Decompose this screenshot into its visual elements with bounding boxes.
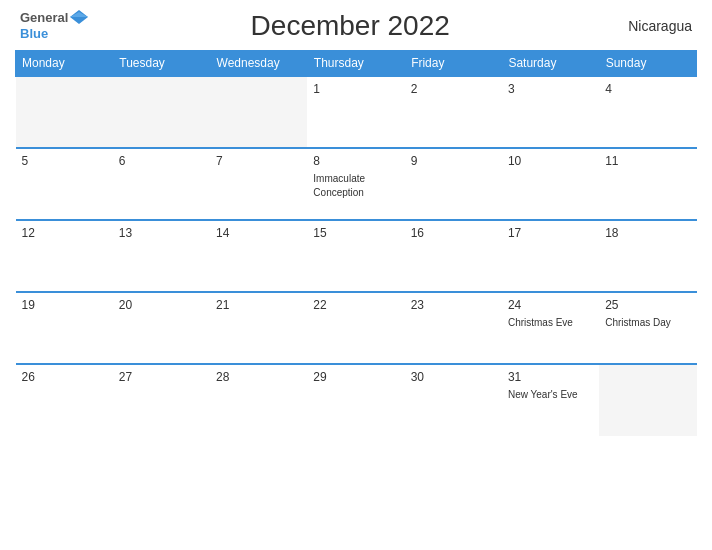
day-number: 5 xyxy=(22,154,107,168)
day-cell: 21 xyxy=(210,292,307,364)
header-tuesday: Tuesday xyxy=(113,51,210,77)
logo-general-text: General xyxy=(20,11,68,24)
day-cell: 29 xyxy=(307,364,404,436)
day-cell: 28 xyxy=(210,364,307,436)
calendar-wrapper: General Blue December 2022 Nicaragua Mon… xyxy=(0,0,712,550)
day-number: 30 xyxy=(411,370,496,384)
day-number: 26 xyxy=(22,370,107,384)
week-row-4: 192021222324Christmas Eve25Christmas Day xyxy=(16,292,697,364)
day-cell: 20 xyxy=(113,292,210,364)
day-cell: 17 xyxy=(502,220,599,292)
day-cell xyxy=(113,76,210,148)
day-number: 17 xyxy=(508,226,593,240)
day-cell: 9 xyxy=(405,148,502,220)
day-number: 31 xyxy=(508,370,593,384)
day-cell: 5 xyxy=(16,148,113,220)
day-cell: 14 xyxy=(210,220,307,292)
day-cell: 3 xyxy=(502,76,599,148)
day-cell: 8Immaculate Conception xyxy=(307,148,404,220)
day-number: 2 xyxy=(411,82,496,96)
day-cell xyxy=(16,76,113,148)
day-number: 8 xyxy=(313,154,398,168)
day-number: 23 xyxy=(411,298,496,312)
week-row-3: 12131415161718 xyxy=(16,220,697,292)
day-cell: 18 xyxy=(599,220,696,292)
day-number: 9 xyxy=(411,154,496,168)
day-cell: 2 xyxy=(405,76,502,148)
day-number: 29 xyxy=(313,370,398,384)
day-cell: 30 xyxy=(405,364,502,436)
day-number: 18 xyxy=(605,226,690,240)
day-cell: 7 xyxy=(210,148,307,220)
day-number: 15 xyxy=(313,226,398,240)
day-number: 27 xyxy=(119,370,204,384)
day-cell: 23 xyxy=(405,292,502,364)
country-label: Nicaragua xyxy=(612,18,692,34)
header-sunday: Sunday xyxy=(599,51,696,77)
day-number: 28 xyxy=(216,370,301,384)
day-cell: 27 xyxy=(113,364,210,436)
day-number: 25 xyxy=(605,298,690,312)
header-monday: Monday xyxy=(16,51,113,77)
event-label: New Year's Eve xyxy=(508,389,578,400)
day-cell xyxy=(210,76,307,148)
day-cell: 19 xyxy=(16,292,113,364)
day-cell: 4 xyxy=(599,76,696,148)
event-label: Immaculate Conception xyxy=(313,173,365,198)
day-cell: 24Christmas Eve xyxy=(502,292,599,364)
header-wednesday: Wednesday xyxy=(210,51,307,77)
header: General Blue December 2022 Nicaragua xyxy=(15,10,697,42)
week-row-1: 1234 xyxy=(16,76,697,148)
svg-marker-1 xyxy=(70,12,88,17)
calendar-table: Monday Tuesday Wednesday Thursday Friday… xyxy=(15,50,697,436)
day-number: 11 xyxy=(605,154,690,168)
day-cell: 31New Year's Eve xyxy=(502,364,599,436)
day-number: 13 xyxy=(119,226,204,240)
day-number: 16 xyxy=(411,226,496,240)
event-label: Christmas Day xyxy=(605,317,671,328)
header-friday: Friday xyxy=(405,51,502,77)
day-cell: 16 xyxy=(405,220,502,292)
day-number: 6 xyxy=(119,154,204,168)
day-number: 12 xyxy=(22,226,107,240)
day-cell: 1 xyxy=(307,76,404,148)
logo: General Blue xyxy=(20,10,88,42)
day-cell: 25Christmas Day xyxy=(599,292,696,364)
day-number: 7 xyxy=(216,154,301,168)
logo-flag-icon xyxy=(70,10,88,24)
day-number: 19 xyxy=(22,298,107,312)
header-thursday: Thursday xyxy=(307,51,404,77)
day-cell: 22 xyxy=(307,292,404,364)
day-number: 4 xyxy=(605,82,690,96)
day-cell: 26 xyxy=(16,364,113,436)
day-number: 10 xyxy=(508,154,593,168)
event-label: Christmas Eve xyxy=(508,317,573,328)
week-row-5: 262728293031New Year's Eve xyxy=(16,364,697,436)
day-number: 3 xyxy=(508,82,593,96)
day-number: 14 xyxy=(216,226,301,240)
calendar-title: December 2022 xyxy=(88,10,612,42)
header-saturday: Saturday xyxy=(502,51,599,77)
day-cell: 6 xyxy=(113,148,210,220)
day-cell: 11 xyxy=(599,148,696,220)
day-number: 1 xyxy=(313,82,398,96)
day-cell: 15 xyxy=(307,220,404,292)
day-number: 22 xyxy=(313,298,398,312)
day-cell xyxy=(599,364,696,436)
day-number: 21 xyxy=(216,298,301,312)
day-cell: 12 xyxy=(16,220,113,292)
day-cell: 10 xyxy=(502,148,599,220)
logo-blue-text: Blue xyxy=(20,26,48,41)
day-cell: 13 xyxy=(113,220,210,292)
day-number: 20 xyxy=(119,298,204,312)
weekday-header-row: Monday Tuesday Wednesday Thursday Friday… xyxy=(16,51,697,77)
week-row-2: 5678Immaculate Conception91011 xyxy=(16,148,697,220)
day-number: 24 xyxy=(508,298,593,312)
